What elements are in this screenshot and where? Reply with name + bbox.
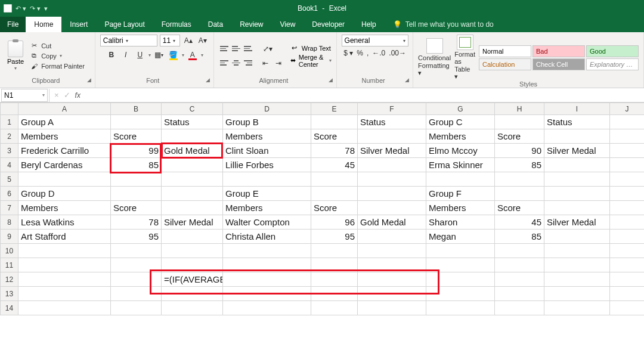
align-right-icon[interactable] (243, 58, 253, 69)
row-header[interactable]: 2 (1, 129, 18, 144)
copy-button[interactable]: ⧉Copy ▾ (30, 52, 85, 60)
cell[interactable] (18, 258, 111, 272)
qat-customize-icon[interactable]: ▾ (44, 5, 48, 13)
select-all-corner[interactable] (1, 103, 18, 115)
cell[interactable] (311, 272, 358, 287)
cell[interactable] (162, 201, 223, 215)
cell[interactable]: Score (111, 129, 162, 144)
cell[interactable]: Christa Allen (223, 230, 311, 244)
style-good[interactable]: Good (586, 45, 639, 57)
align-center-icon[interactable] (231, 58, 242, 69)
cell[interactable]: Group B (223, 115, 311, 129)
cell[interactable]: Score (311, 129, 358, 144)
format-as-table-button[interactable]: Format as Table ▾ (454, 35, 475, 80)
row-header[interactable]: 14 (1, 301, 18, 315)
col-header[interactable]: C (162, 103, 223, 115)
row-header[interactable]: 11 (1, 258, 18, 272)
style-check-cell[interactable]: Check Cell (532, 58, 585, 70)
cell[interactable] (18, 244, 111, 258)
col-header[interactable]: H (495, 103, 544, 115)
paste-icon[interactable] (8, 41, 23, 57)
cell[interactable] (223, 272, 311, 287)
cell[interactable] (544, 172, 610, 187)
tab-review[interactable]: Review (231, 17, 271, 32)
underline-button[interactable]: U (134, 49, 146, 61)
cell[interactable] (495, 172, 544, 187)
cell[interactable] (358, 201, 426, 215)
cell[interactable] (162, 287, 223, 301)
cell[interactable] (223, 287, 311, 301)
cell[interactable]: Members (18, 201, 111, 215)
undo-icon[interactable]: ↶ ▾ (16, 5, 26, 13)
cell[interactable]: 95 (311, 230, 358, 244)
cell[interactable] (111, 172, 162, 187)
row-header[interactable]: 8 (1, 215, 18, 230)
row-header[interactable]: 10 (1, 244, 18, 258)
cell[interactable] (544, 129, 610, 144)
cell[interactable]: Gold Medal (162, 144, 223, 158)
cell[interactable] (544, 201, 610, 215)
comma-format-icon[interactable]: , (367, 49, 369, 57)
bold-button[interactable]: B (106, 49, 117, 61)
cell[interactable] (544, 230, 610, 244)
cancel-formula-icon[interactable]: × (54, 91, 59, 100)
cell[interactable] (223, 172, 311, 187)
col-header[interactable]: J (610, 103, 645, 115)
cell[interactable] (426, 258, 495, 272)
col-header[interactable]: A (18, 103, 111, 115)
align-top-icon[interactable] (219, 44, 230, 54)
row-header[interactable]: 1 (1, 115, 18, 129)
row-header[interactable]: 5 (1, 172, 18, 187)
cell[interactable] (610, 144, 645, 158)
cell[interactable] (311, 187, 358, 201)
cell[interactable]: 45 (311, 158, 358, 172)
cell[interactable] (610, 258, 645, 272)
cell[interactable] (426, 301, 495, 315)
cell[interactable]: Members (18, 129, 111, 144)
cell[interactable] (495, 187, 544, 201)
style-bad[interactable]: Bad (532, 45, 585, 57)
cell[interactable] (311, 172, 358, 187)
cell[interactable] (18, 301, 111, 315)
cell[interactable] (162, 230, 223, 244)
cell[interactable] (544, 258, 610, 272)
cell[interactable]: Elmo Mccoy (426, 144, 495, 158)
paste-dropdown-icon[interactable]: ▾ (14, 66, 17, 71)
cell[interactable] (358, 187, 426, 201)
cell[interactable] (358, 244, 426, 258)
cell[interactable]: Status (544, 115, 610, 129)
name-box[interactable]: N1▾ (1, 89, 48, 102)
cell[interactable]: 45 (495, 215, 544, 230)
cell[interactable]: 96 (311, 215, 358, 230)
cell[interactable] (311, 244, 358, 258)
cell[interactable] (358, 272, 426, 287)
align-middle-icon[interactable] (231, 44, 242, 54)
cell[interactable] (610, 129, 645, 144)
cell[interactable] (162, 172, 223, 187)
col-header[interactable]: F (358, 103, 426, 115)
cell[interactable] (610, 301, 645, 315)
cell[interactable]: Beryl Cardenas (18, 158, 111, 172)
merge-center-button[interactable]: ⬌Merge & Center ▾ (290, 54, 332, 68)
cell[interactable] (111, 115, 162, 129)
cell[interactable] (426, 287, 495, 301)
fill-color-icon[interactable]: 🪣 (168, 49, 179, 61)
formula-input[interactable] (85, 89, 644, 102)
cell[interactable]: 85 (111, 158, 162, 172)
percent-format-icon[interactable]: % (357, 49, 363, 57)
paste-button[interactable]: Paste (7, 58, 24, 65)
tab-insert[interactable]: Insert (61, 17, 96, 32)
cell[interactable] (111, 258, 162, 272)
cell[interactable] (426, 244, 495, 258)
tab-developer[interactable]: Developer (304, 17, 353, 32)
cell[interactable]: Art Stafford (18, 230, 111, 244)
column-headers[interactable]: A B C D E F G H I J (1, 103, 645, 115)
cell[interactable] (18, 287, 111, 301)
cell[interactable]: 78 (311, 144, 358, 158)
font-color-icon[interactable]: A (187, 49, 199, 61)
cell[interactable] (111, 244, 162, 258)
cell[interactable]: =(IF(AVERAGE(B3:B4>90),"Gold Medal","Sil… (162, 272, 223, 287)
cell[interactable] (358, 287, 426, 301)
save-icon[interactable] (4, 4, 12, 13)
cell[interactable] (544, 272, 610, 287)
